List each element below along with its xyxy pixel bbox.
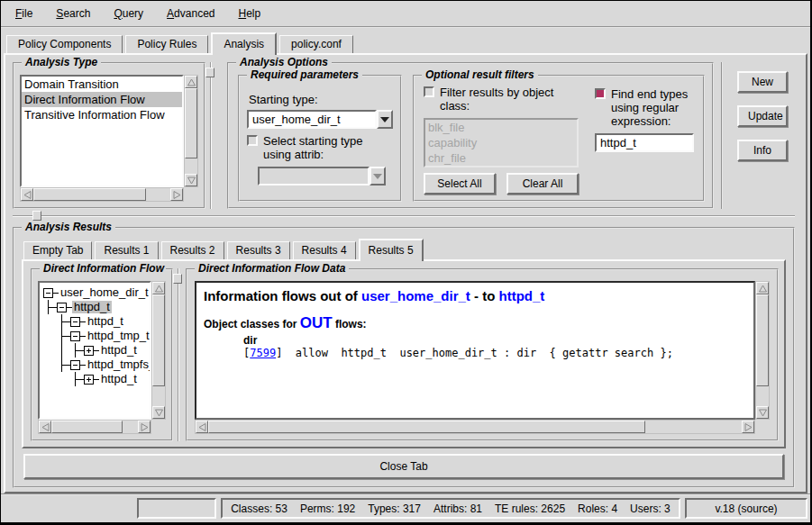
tree-node-label[interactable]: httpd_t (99, 373, 139, 385)
flow-data-heading: Information flows out of user_home_dir_t… (204, 288, 746, 303)
scroll-right-arrow[interactable] (170, 188, 183, 201)
tree-node-label[interactable]: httpd_tmp_t (86, 330, 151, 342)
close-tab-button[interactable]: Close Tab (23, 454, 784, 479)
menu-item-query[interactable]: Query (105, 5, 152, 23)
tree-row-httpd-t[interactable]: httpd_t (41, 314, 150, 329)
scroll-down-arrow[interactable] (185, 174, 197, 186)
tree-data-sash[interactable] (173, 268, 184, 441)
main-tab-policy-conf[interactable]: policy.conf (279, 35, 353, 53)
attrib-checkbox[interactable] (247, 135, 258, 146)
flow-data-text[interactable]: Information flows out of user_home_dir_t… (195, 281, 755, 420)
menu-item-file[interactable]: File (6, 5, 41, 23)
menu-item-advanced[interactable]: Advanced (158, 5, 224, 23)
scrollbar-track[interactable] (756, 294, 769, 406)
analysis-type-vscrollbar[interactable] (184, 75, 198, 187)
scroll-left-arrow[interactable] (196, 421, 208, 433)
scrollbar-thumb[interactable] (152, 294, 165, 386)
starting-type-dropdown-button[interactable] (377, 110, 393, 129)
main-tab-policy-components[interactable]: Policy Components (6, 35, 123, 53)
sash-handle[interactable] (173, 274, 182, 284)
flow-tree[interactable]: user_home_dir_thttpd_thttpd_thttpd_tmp_t… (38, 281, 151, 420)
scrollbar-thumb[interactable] (208, 421, 645, 433)
object-class-checkbox[interactable] (424, 86, 434, 97)
tree-row-httpd-t[interactable]: httpd_t (41, 343, 150, 358)
scroll-right-arrow[interactable] (742, 421, 754, 433)
object-class-checkbox-label[interactable]: Filter results by object class: (440, 86, 579, 113)
scrollbar-track[interactable] (51, 421, 138, 433)
regex-checkbox-label[interactable]: Find end types using regular expression: (611, 87, 694, 128)
collapse-icon[interactable] (57, 303, 67, 312)
flow-data-vscrollbar[interactable] (755, 281, 770, 420)
scrollbar-track[interactable] (152, 294, 165, 406)
starting-type-value[interactable]: user_home_dir_t (247, 110, 377, 129)
scroll-down-arrow[interactable] (756, 406, 769, 419)
tree-row-httpd-t[interactable]: httpd_t (41, 300, 150, 314)
results-sash[interactable] (13, 211, 800, 222)
tree-row-user-home-dir-t[interactable]: user_home_dir_t (41, 285, 150, 300)
new-button[interactable]: New (737, 71, 788, 93)
tree-node-label[interactable]: httpd_t (86, 315, 125, 328)
info-button[interactable]: Info (737, 140, 788, 161)
scroll-right-arrow[interactable] (138, 421, 151, 433)
sash-handle[interactable] (205, 68, 214, 77)
options-sash[interactable] (205, 62, 216, 209)
tree-node-label[interactable]: httpd_tmpfs_t (86, 358, 151, 371)
scrollbar-thumb[interactable] (33, 188, 146, 201)
update-button[interactable]: Update (737, 105, 788, 127)
tree-row-httpd-tmp-t[interactable]: httpd_tmp_t (41, 329, 150, 343)
tree-row-httpd-t[interactable]: httpd_t (41, 372, 150, 386)
results-tab-results-4[interactable]: Results 4 (293, 241, 356, 259)
scrollbar-track[interactable] (33, 188, 170, 201)
results-tab-results-3[interactable]: Results 3 (227, 241, 290, 259)
main-tab-analysis[interactable]: Analysis (211, 32, 277, 55)
scrollbar-thumb[interactable] (756, 294, 769, 386)
scroll-down-arrow[interactable] (152, 406, 165, 419)
results-tab-results-1[interactable]: Results 1 (95, 241, 158, 259)
scrollbar-thumb[interactable] (51, 421, 123, 433)
collapse-icon[interactable] (43, 288, 53, 298)
main-tab-policy-rules[interactable]: Policy Rules (125, 35, 208, 53)
scroll-up-arrow[interactable] (185, 76, 197, 88)
scrollbar-track[interactable] (185, 88, 197, 174)
chevron-down-icon (380, 117, 389, 122)
tree-node-label[interactable]: user_home_dir_t (59, 286, 151, 299)
analysis-type-hscrollbar[interactable] (20, 187, 184, 202)
expand-icon[interactable] (84, 375, 94, 385)
regex-checkbox[interactable] (595, 88, 606, 99)
action-button-column: New Update Info (721, 62, 800, 209)
flow-tree-hscrollbar[interactable] (38, 420, 151, 434)
tree-node-label[interactable]: httpd_t (72, 301, 112, 313)
sash-handle[interactable] (32, 211, 41, 221)
scroll-left-arrow[interactable] (39, 421, 51, 433)
tree-row-httpd-tmpfs-t[interactable]: httpd_tmpfs_t (41, 358, 150, 372)
analysis-type-item-transitive-information-flow[interactable]: Transitive Information Flow (22, 107, 182, 122)
clear-all-button[interactable]: Clear All (506, 173, 579, 195)
results-tab-results-2[interactable]: Results 2 (161, 241, 224, 259)
analysis-type-item-domain-transition[interactable]: Domain Transition (22, 77, 182, 92)
expand-icon[interactable] (84, 346, 94, 356)
flow-tree-vscrollbar[interactable] (151, 281, 166, 420)
menu-item-help[interactable]: Help (229, 5, 269, 23)
menu-item-search[interactable]: Search (47, 5, 99, 23)
scrollbar-track[interactable] (208, 421, 742, 433)
collapse-icon[interactable] (70, 360, 80, 370)
rule-line-number-link[interactable]: 7599 (250, 347, 276, 359)
results-tab-empty-tab[interactable]: Empty Tab (23, 241, 92, 259)
scrollbar-thumb[interactable] (185, 88, 197, 158)
scroll-up-arrow[interactable] (756, 282, 769, 294)
results-page: Direct Information Flow T user_home_dir_… (22, 259, 786, 448)
starting-type-combobox[interactable]: user_home_dir_t (247, 110, 393, 129)
flow-data-hscrollbar[interactable] (195, 420, 755, 434)
collapse-icon[interactable] (70, 317, 80, 327)
analysis-type-item-direct-information-flow[interactable]: Direct Information Flow (22, 92, 182, 107)
attrib-checkbox-label[interactable]: Select starting type using attrib: (263, 134, 393, 161)
scroll-left-arrow[interactable] (21, 188, 33, 201)
scroll-up-arrow[interactable] (152, 282, 165, 294)
analysis-options-group: Analysis Options Required parameters Sta… (227, 62, 714, 209)
results-tab-results-5[interactable]: Results 5 (359, 239, 424, 261)
collapse-icon[interactable] (70, 331, 80, 341)
regex-input[interactable] (595, 133, 694, 152)
select-all-button[interactable]: Select All (424, 173, 496, 195)
tree-node-label[interactable]: httpd_t (99, 344, 139, 357)
analysis-type-list[interactable]: Domain TransitionDirect Information Flow… (20, 75, 184, 187)
